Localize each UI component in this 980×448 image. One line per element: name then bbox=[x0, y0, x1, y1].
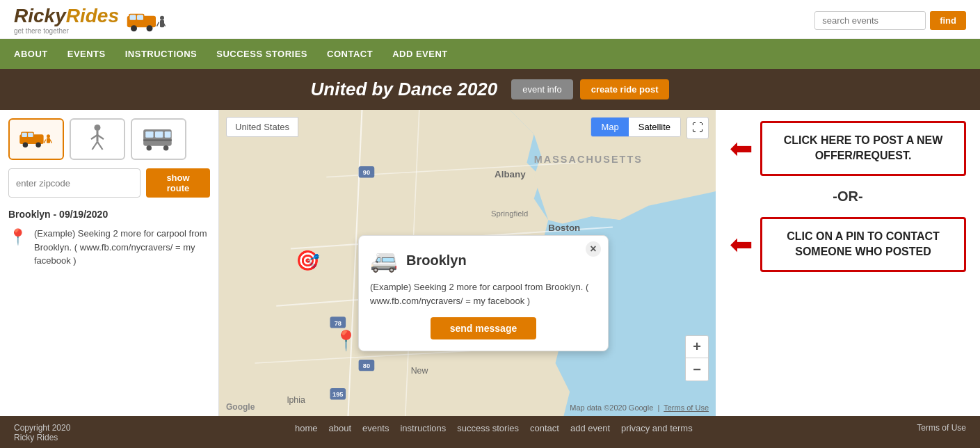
instruction-box-2[interactable]: CLIC ON A PIN TO CONTACT SOMEONE WHO POS… bbox=[760, 217, 966, 272]
svg-text:195: 195 bbox=[332, 391, 343, 398]
svg-rect-28 bbox=[155, 131, 163, 138]
red-arrow-left-1: ⬅ bbox=[730, 132, 753, 164]
footer-instructions[interactable]: instructions bbox=[400, 423, 446, 433]
map-container: 90 84 78 80 195 495 95 Albany Boston Spr… bbox=[219, 110, 716, 416]
fullscreen-button[interactable]: ⛶ bbox=[686, 117, 709, 139]
instruction-text-2: CLIC ON A PIN TO CONTACT SOMEONE WHO POS… bbox=[773, 229, 953, 260]
svg-text:Boston: Boston bbox=[548, 223, 580, 233]
svg-text:80: 80 bbox=[363, 362, 370, 369]
map-pin-icon: 📍 bbox=[8, 228, 27, 246]
map-controls-top: United States bbox=[226, 117, 298, 137]
footer-success-stories[interactable]: success stories bbox=[457, 423, 519, 433]
red-arrow-left-2: ⬅ bbox=[730, 228, 753, 260]
svg-rect-27 bbox=[145, 131, 153, 138]
svg-line-24 bbox=[93, 142, 98, 150]
svg-point-2 bbox=[131, 25, 137, 31]
svg-line-25 bbox=[97, 142, 103, 150]
footer: Copyright 2020 Ricky Rides home about ev… bbox=[0, 416, 980, 448]
svg-point-13 bbox=[35, 142, 41, 147]
footer-contact[interactable]: contact bbox=[530, 423, 559, 433]
logo-rides: Rides bbox=[66, 5, 119, 26]
svg-rect-5 bbox=[137, 15, 143, 20]
footer-home[interactable]: home bbox=[295, 423, 318, 433]
svg-rect-15 bbox=[28, 133, 33, 137]
ride-item: 📍 (Example) Seeking 2 more for carpool f… bbox=[8, 227, 210, 268]
footer-events[interactable]: events bbox=[362, 423, 389, 433]
logo-van-icon bbox=[124, 6, 166, 35]
logo: RickyRides get there together bbox=[14, 6, 166, 35]
zipcode-row: show route bbox=[8, 168, 210, 198]
svg-text:Albany: Albany bbox=[495, 169, 526, 179]
svg-text:New: New bbox=[411, 366, 428, 376]
zoom-out-button[interactable]: − bbox=[686, 358, 708, 381]
main-content: show route Brooklyn - 09/19/2020 📍 (Exam… bbox=[0, 110, 980, 416]
svg-point-6 bbox=[160, 16, 164, 20]
svg-text:90: 90 bbox=[363, 169, 370, 176]
target-marker: 🎯 bbox=[296, 249, 320, 272]
svg-text:78: 78 bbox=[335, 320, 342, 327]
instruction-box-1[interactable]: CLICK HERE TO POST A NEW OFFER/REQUEST. bbox=[760, 121, 966, 176]
arrow-row-2: ⬅ CLIC ON A PIN TO CONTACT SOMEONE WHO P… bbox=[730, 217, 966, 272]
svg-point-30 bbox=[147, 145, 152, 151]
show-route-button[interactable]: show route bbox=[146, 168, 210, 198]
terms-link[interactable]: Terms of Use bbox=[664, 403, 709, 412]
right-panel: ⬅ CLICK HERE TO POST A NEW OFFER/REQUEST… bbox=[716, 110, 980, 416]
nav-instructions[interactable]: INSTRUCTIONS bbox=[125, 39, 198, 69]
google-logo: Google bbox=[226, 402, 255, 412]
svg-rect-29 bbox=[165, 131, 171, 138]
footer-terms-link[interactable]: Terms of Use bbox=[917, 423, 966, 433]
country-label: United States bbox=[226, 117, 298, 137]
footer-about[interactable]: about bbox=[329, 423, 352, 433]
popup-close-button[interactable]: × bbox=[586, 241, 601, 257]
logo-tagline: get there together bbox=[14, 27, 119, 35]
carpool-button[interactable] bbox=[8, 118, 64, 160]
header: RickyRides get there together find bbox=[0, 0, 980, 39]
footer-brand: Ricky Rides bbox=[14, 433, 70, 442]
left-panel: show route Brooklyn - 09/19/2020 📍 (Exam… bbox=[0, 110, 219, 416]
event-title: United by Dance 2020 bbox=[311, 79, 498, 100]
map-type-buttons: Map Satellite bbox=[591, 117, 681, 137]
footer-privacy-terms[interactable]: privacy and terms bbox=[621, 423, 693, 433]
zoom-in-button[interactable]: + bbox=[686, 336, 708, 358]
bus-button[interactable] bbox=[131, 118, 186, 160]
svg-rect-17 bbox=[47, 138, 50, 143]
map-pin-marker-1[interactable]: 📍 bbox=[334, 329, 358, 352]
map-attribution: Map data ©2020 Google | Terms of Use bbox=[570, 403, 709, 412]
event-title-bar: United by Dance 2020 event info create r… bbox=[0, 69, 980, 110]
nav-events[interactable]: EVENTS bbox=[67, 39, 106, 69]
svg-text:Springfield: Springfield bbox=[491, 209, 528, 218]
create-ride-button[interactable]: create ride post bbox=[580, 79, 670, 99]
nav-contact[interactable]: CONTACT bbox=[327, 39, 373, 69]
send-message-button[interactable]: send message bbox=[431, 317, 537, 339]
event-info-button[interactable]: event info bbox=[511, 79, 572, 99]
zipcode-input[interactable] bbox=[8, 168, 140, 198]
popup-city: Brooklyn bbox=[406, 253, 467, 269]
nav-about[interactable]: ABOUT bbox=[14, 39, 48, 69]
svg-line-18 bbox=[44, 140, 46, 143]
svg-point-16 bbox=[47, 134, 50, 138]
popup-text: (Example) Seeking 2 more for carpool fro… bbox=[370, 280, 597, 307]
ride-text: (Example) Seeking 2 more for carpool fro… bbox=[34, 227, 210, 268]
footer-copyright: Copyright 2020 Ricky Rides bbox=[14, 423, 70, 442]
search-input[interactable] bbox=[814, 11, 926, 30]
svg-line-8 bbox=[156, 22, 159, 26]
map-button[interactable]: Map bbox=[591, 118, 628, 136]
or-separator: -OR- bbox=[730, 189, 966, 205]
nav-success-stories[interactable]: SUCCESS STORIES bbox=[216, 39, 307, 69]
svg-point-31 bbox=[163, 145, 169, 151]
svg-text:lphia: lphia bbox=[287, 395, 305, 405]
walk-button[interactable] bbox=[70, 118, 125, 160]
popup-van-icon: 🚐 bbox=[370, 247, 398, 273]
nav-add-event[interactable]: ADD EVENT bbox=[392, 39, 448, 69]
arrow-row-1: ⬅ CLICK HERE TO POST A NEW OFFER/REQUEST… bbox=[730, 121, 966, 176]
find-button[interactable]: find bbox=[930, 11, 966, 30]
main-nav: ABOUT EVENTS INSTRUCTIONS SUCCESS STORIE… bbox=[0, 39, 980, 69]
svg-rect-14 bbox=[22, 133, 27, 137]
copyright-text: Copyright 2020 bbox=[14, 423, 70, 433]
map-data-text: Map data ©2020 Google bbox=[570, 403, 653, 412]
footer-nav: home about events instructions success s… bbox=[70, 423, 917, 433]
satellite-button[interactable]: Satellite bbox=[629, 118, 680, 136]
map-zoom-controls: + − bbox=[685, 335, 709, 381]
transport-icons bbox=[8, 118, 210, 160]
footer-add-event[interactable]: add event bbox=[570, 423, 610, 433]
